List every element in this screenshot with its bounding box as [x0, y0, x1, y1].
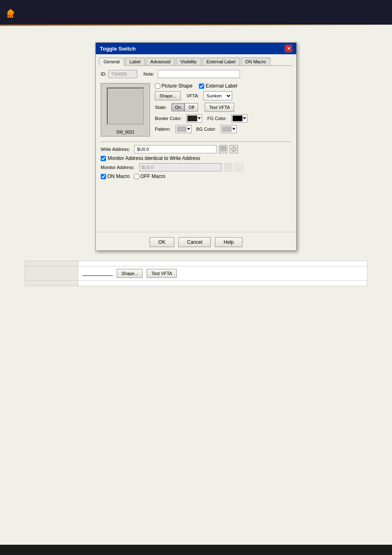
write-address-icon-1[interactable]: [219, 145, 227, 153]
bg-color-button[interactable]: [221, 125, 237, 133]
cancel-button[interactable]: Cancel: [178, 237, 211, 247]
on-macro-checkbox[interactable]: [101, 174, 106, 179]
dialog-footer: OK Cancel Help: [96, 232, 296, 250]
right-panel: Picture Shape External Label Shape... VF…: [155, 83, 291, 136]
svg-rect-5: [226, 165, 231, 169]
monitor-address-icon-1: [224, 163, 232, 171]
monitor-address-label: Monitor Address:: [101, 165, 135, 170]
bg-color-label: BG Color:: [196, 127, 216, 132]
off-macro-wrap: OFF Macro: [134, 173, 166, 179]
on-macro-wrap: ON Macro: [101, 173, 130, 179]
monitor-identical-checkbox[interactable]: [101, 156, 106, 161]
dialog-titlebar: Toggle Switch ✕: [96, 43, 296, 54]
monitor-identical-row: Monitor Address identical to Write Addre…: [99, 155, 293, 161]
table-cell-1-1: [25, 261, 78, 266]
state-label: State:: [155, 105, 167, 110]
monitor-identical-label: Monitor Address identical to Write Addre…: [108, 155, 200, 161]
pattern-label: Pattern:: [155, 127, 171, 132]
monitor-address-field: [139, 163, 221, 171]
page-body: Toggle Switch ✕ General Label Advanced V…: [0, 26, 392, 303]
border-color-button[interactable]: [186, 114, 202, 123]
bottom-bar: [0, 545, 392, 555]
bg-color-swatch: [222, 126, 232, 132]
state-off-button[interactable]: Off: [184, 103, 198, 111]
shape-button[interactable]: Shape...: [155, 91, 181, 100]
vfta-select[interactable]: Sunken Raised None: [203, 91, 232, 100]
external-label-wrap: External Label: [199, 83, 237, 89]
note-field[interactable]: [158, 70, 240, 78]
note-label: Note:: [143, 72, 154, 76]
state-row: State: On Off Test VFTA: [155, 103, 291, 112]
border-color-label: Border Color:: [155, 116, 182, 121]
dialog-window: Toggle Switch ✕ General Label Advanced V…: [95, 42, 297, 251]
monitor-address-row: Monitor Address: i: [99, 163, 293, 171]
dialog-close-button[interactable]: ✕: [285, 45, 292, 52]
monitor-address-icon-2: i: [235, 163, 243, 171]
picture-shape-label: Picture Shape: [161, 83, 192, 89]
pattern-swatch: [177, 126, 187, 132]
bg-color-arrow: [232, 128, 235, 130]
preview-label: SW_0031: [116, 130, 134, 134]
tab-on-macro[interactable]: ON Macro: [241, 58, 270, 65]
off-macro-checkbox[interactable]: [134, 174, 139, 179]
bottom-table: ____________ Shape... Test VFTA: [25, 261, 367, 286]
table-buttons-row: ____________ Shape... Test VFTA: [83, 269, 363, 278]
write-address-field[interactable]: [134, 145, 217, 153]
picture-shape-row: Picture Shape External Label: [155, 83, 291, 89]
help-button[interactable]: Help: [215, 237, 242, 247]
top-bar: 🔶: [0, 0, 392, 25]
section-divider-1: [101, 141, 291, 142]
test-vfta-button[interactable]: Test VFTA: [205, 103, 235, 112]
table-cell-3-2: [78, 281, 367, 286]
preview-section: SW_0031 Picture Shape External Label: [99, 81, 293, 138]
table-cell-2-2: ____________ Shape... Test VFTA: [78, 266, 367, 281]
table-row-2: ____________ Shape... Test VFTA: [25, 266, 367, 281]
spacer: [99, 179, 293, 229]
tab-general[interactable]: General: [99, 58, 124, 66]
tab-advanced[interactable]: Advanced: [146, 58, 175, 65]
external-label-label: External Label: [205, 83, 237, 89]
dialog-title: Toggle Switch: [100, 46, 136, 52]
svg-text:i: i: [233, 148, 234, 152]
tabs-container: General Label Advanced Visibility Extern…: [99, 58, 293, 66]
app-icon: 🔶: [4, 6, 17, 19]
grid-icon: [7, 12, 13, 18]
table-cell-3-1: [25, 281, 78, 286]
table-cell-2-1: [25, 266, 78, 281]
table-row-1: [25, 261, 367, 266]
macro-row: ON Macro OFF Macro: [99, 173, 293, 179]
fg-color-button[interactable]: [231, 114, 247, 123]
border-color-swatch: [187, 116, 197, 121]
id-field[interactable]: [108, 70, 137, 78]
preview-inner: [107, 88, 144, 125]
table-shape-button[interactable]: Shape...: [117, 269, 143, 278]
table-row-3: [25, 281, 367, 286]
table-underline-text: ____________: [83, 271, 113, 276]
external-label-checkbox[interactable]: [199, 83, 204, 89]
table-cell-1-2: [78, 261, 367, 266]
tab-visibility[interactable]: Visibility: [176, 58, 201, 65]
id-note-row: ID: Note:: [99, 70, 293, 78]
ok-button[interactable]: OK: [150, 237, 174, 247]
write-address-icon-2[interactable]: i: [230, 145, 238, 153]
on-macro-label: ON Macro: [107, 173, 130, 179]
svg-rect-0: [221, 147, 226, 151]
picture-shape-checkbox[interactable]: [155, 83, 160, 89]
shape-vfta-row: Shape... VFTA: Sunken Raised None: [155, 91, 291, 100]
tab-label[interactable]: Label: [125, 58, 145, 65]
preview-box: SW_0031: [101, 83, 150, 136]
pattern-bg-row: Pattern: BG Color:: [155, 125, 291, 133]
pattern-arrow: [187, 128, 190, 130]
state-on-button[interactable]: On: [171, 103, 185, 111]
fg-color-arrow: [243, 117, 246, 120]
write-address-label: Write Address:: [101, 147, 130, 152]
off-macro-label: OFF Macro: [141, 173, 166, 179]
fg-color-swatch: [233, 116, 242, 121]
pattern-button[interactable]: [175, 125, 191, 133]
fg-color-label: FG Color:: [207, 116, 227, 121]
dialog-content: General Label Advanced Visibility Extern…: [96, 54, 296, 232]
tab-external-label[interactable]: External Label: [202, 58, 240, 65]
table-test-vfta-button[interactable]: Test VFTA: [147, 269, 177, 278]
svg-text:i: i: [238, 166, 239, 170]
vfta-label: VFTA:: [187, 93, 199, 98]
